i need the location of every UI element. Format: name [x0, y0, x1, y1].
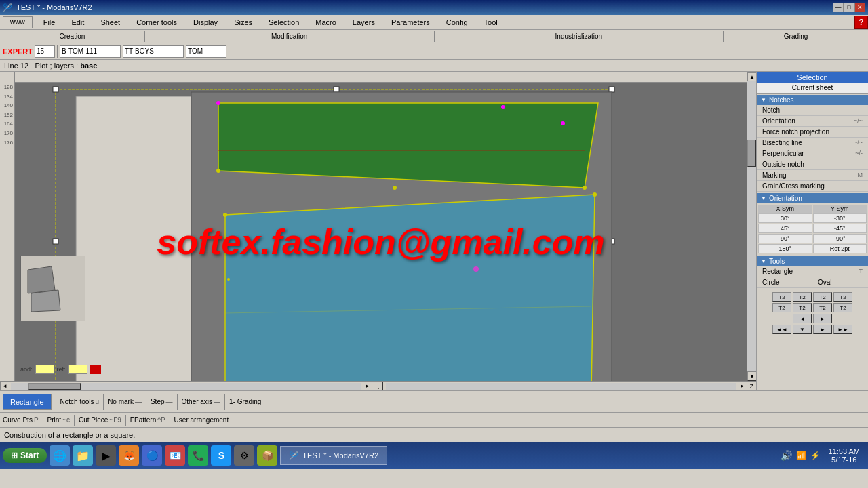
- grade-t2-7[interactable]: T2: [813, 303, 832, 312]
- menu-sizes[interactable]: Sizes: [226, 17, 260, 28]
- ruler-170: 170: [0, 129, 14, 138]
- orient-90-button[interactable]: 90°: [758, 234, 812, 243]
- scroll-right-button2[interactable]: ►: [738, 382, 747, 391]
- active-app-button[interactable]: 🪡 TEST * - ModarisV7R2: [280, 446, 387, 465]
- print-label: Print: [47, 416, 62, 424]
- grade-t2-1[interactable]: T2: [772, 292, 791, 302]
- taskbar-chrome-icon[interactable]: 🔵: [142, 445, 162, 466]
- tray-icon-2[interactable]: 📶: [796, 451, 806, 460]
- grade-t2-3[interactable]: T2: [813, 292, 832, 302]
- taskbar-firefox-icon[interactable]: 🦊: [119, 445, 139, 466]
- notch-button[interactable]: Notch: [757, 105, 868, 116]
- orient-minus45-button[interactable]: -45°: [813, 224, 867, 233]
- xsym-header: X Sym: [758, 205, 812, 213]
- orientation-header: ▼ Orientation: [757, 193, 868, 203]
- perpendicular-button[interactable]: Perpendicular ~/-: [757, 148, 868, 159]
- section-modification: Modification: [145, 33, 434, 40]
- menu-config[interactable]: Config: [438, 17, 476, 28]
- grain-cross-marking-button[interactable]: Grain/Cross marking: [757, 181, 868, 192]
- marking-button[interactable]: Marking M: [757, 170, 868, 181]
- collection-field[interactable]: [123, 45, 184, 58]
- orient-minus30-button[interactable]: -30°: [813, 214, 867, 223]
- svg-marker-41: [31, 290, 60, 312]
- www-button[interactable]: www: [3, 16, 33, 28]
- cut-piece-label: Cut Piece: [79, 416, 108, 424]
- scroll-thumb-v[interactable]: [747, 140, 756, 167]
- orient-minus90-button[interactable]: -90°: [813, 234, 867, 243]
- bisecting-line-button[interactable]: Bisecting line ~/~: [757, 138, 868, 148]
- close-button[interactable]: ✕: [854, 3, 865, 12]
- taskbar-clock[interactable]: 11:53 AM 5/17-16: [823, 447, 865, 464]
- scroll-track-h2[interactable]: [386, 383, 736, 390]
- menu-macro[interactable]: Macro: [307, 17, 344, 28]
- aod-field[interactable]: [35, 365, 54, 374]
- orient-30-button[interactable]: 30°: [758, 214, 812, 223]
- size-field[interactable]: [35, 45, 55, 58]
- taskbar-explorer-icon[interactable]: 📁: [73, 445, 93, 466]
- menu-display[interactable]: Display: [185, 17, 226, 28]
- ref-field-bottom[interactable]: [68, 365, 87, 374]
- scroll-left-button[interactable]: ◄: [0, 382, 9, 391]
- grade-t2-4[interactable]: T2: [833, 292, 852, 302]
- circle-tool-button[interactable]: Circle: [757, 277, 812, 288]
- menu-sheet[interactable]: Sheet: [92, 17, 128, 28]
- menu-layers[interactable]: Layers: [344, 17, 383, 28]
- menu-selection[interactable]: Selection: [260, 17, 307, 28]
- taskbar-skype-icon[interactable]: S: [211, 445, 231, 466]
- rectangle-tab[interactable]: Rectangle: [3, 394, 52, 410]
- menu-corner-tools[interactable]: Corner tools: [128, 17, 185, 28]
- status-layer-value: base: [80, 62, 97, 70]
- status-layers: layers :: [54, 62, 78, 70]
- grade-nav-1[interactable]: ◄◄: [772, 325, 791, 334]
- taskbar-ie-icon[interactable]: 🌐: [50, 445, 70, 466]
- grade-next-button[interactable]: ►: [813, 314, 832, 323]
- model-field[interactable]: [60, 45, 121, 58]
- grade-prev-button[interactable]: ◄: [793, 314, 812, 323]
- minimize-button[interactable]: —: [833, 3, 844, 12]
- grade-t2-8[interactable]: T2: [833, 303, 852, 312]
- menu-parameters[interactable]: Parameters: [383, 17, 438, 28]
- scroll-up-button[interactable]: ▲: [747, 72, 756, 81]
- outside-notch-button[interactable]: Outside notch: [757, 159, 868, 170]
- menu-tool[interactable]: Tool: [476, 17, 506, 28]
- oval-tool-button[interactable]: Oval: [812, 277, 868, 288]
- menu-file[interactable]: File: [35, 17, 64, 28]
- notch-tools-group: Notch tools u: [60, 398, 100, 405]
- tray-icon-3[interactable]: ⚡: [810, 451, 821, 460]
- orientation-button[interactable]: Orientation ~/~: [757, 116, 868, 127]
- orient-180-button[interactable]: 180°: [758, 244, 812, 253]
- canvas-container: 128 134 140 152 164 170 176: [0, 72, 756, 390]
- scroll-track-h[interactable]: [11, 383, 361, 390]
- scroll-track-v[interactable]: [747, 81, 756, 371]
- grade-nav-3[interactable]: ►: [813, 325, 832, 334]
- grade-t2-6[interactable]: T2: [793, 303, 812, 312]
- splitter-button[interactable]: ⋮: [374, 382, 383, 391]
- ref-label: ref:: [57, 366, 66, 373]
- grade-t2-5[interactable]: T2: [772, 303, 791, 312]
- scroll-right-button[interactable]: ►: [363, 382, 372, 391]
- orient-45-button[interactable]: 45°: [758, 224, 812, 233]
- orient-rot2pt-button[interactable]: Rot 2pt: [813, 244, 867, 253]
- grade-nav-2[interactable]: ▼: [793, 325, 812, 334]
- grade-nav-4[interactable]: ►►: [833, 325, 852, 334]
- menu-edit[interactable]: Edit: [63, 17, 92, 28]
- vertical-scrollbar[interactable]: ▲ ▼: [747, 72, 756, 381]
- taskbar-settings-icon[interactable]: ⚙: [234, 445, 254, 466]
- fpattern-label: FPattern: [130, 416, 156, 424]
- maximize-button[interactable]: □: [844, 3, 854, 12]
- force-notch-button[interactable]: Force notch projection: [757, 127, 868, 138]
- taskbar-files-icon[interactable]: 📦: [257, 445, 277, 466]
- grade-t2-2[interactable]: T2: [793, 292, 812, 302]
- rectangle-tool-button[interactable]: Rectangle T: [757, 266, 868, 277]
- ref-field[interactable]: [186, 45, 226, 58]
- taskbar-wmp-icon[interactable]: ▶: [96, 445, 116, 466]
- taskbar-viber-icon[interactable]: 📞: [188, 445, 208, 466]
- taskbar-email-icon[interactable]: 📧: [165, 445, 185, 466]
- scroll-down-button[interactable]: ▼: [747, 371, 756, 381]
- start-button[interactable]: ⊞ Start: [3, 448, 47, 463]
- tray-icon-1[interactable]: 🔊: [781, 450, 792, 461]
- scroll-thumb-h[interactable]: [28, 383, 81, 390]
- help-icon[interactable]: ?: [854, 16, 868, 29]
- canvas-viewport[interactable]: ref: comment: TOM softex.fashion@gmail.c…: [15, 72, 747, 381]
- horizontal-scrollbar[interactable]: ◄ ► ⋮ ► Z: [0, 381, 756, 390]
